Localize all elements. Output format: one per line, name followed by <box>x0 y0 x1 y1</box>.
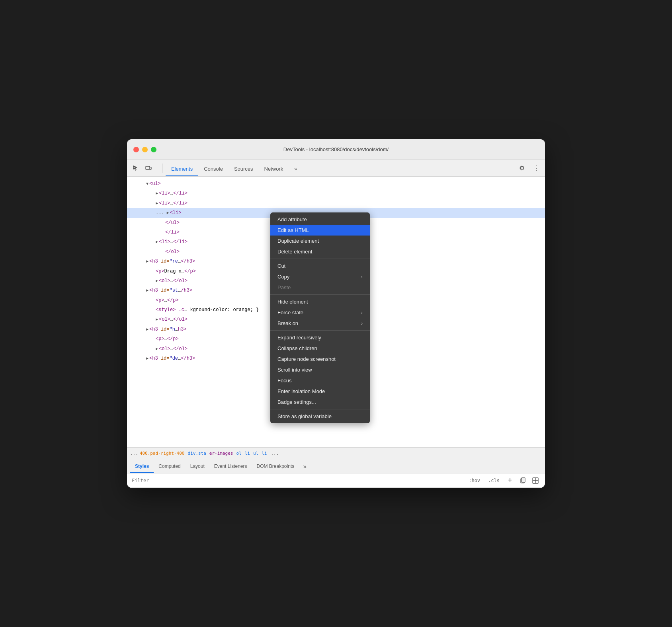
tab-more[interactable]: » <box>289 162 303 176</box>
devtools-window: DevTools - localhost:8080/docs/devtools/… <box>127 139 545 488</box>
context-menu-item-copy[interactable]: Copy › <box>270 271 370 282</box>
menu-item-label: Add attribute <box>277 216 307 222</box>
menu-item-label: Edit as HTML <box>277 227 309 233</box>
context-menu-item-store-global[interactable]: Store as global variable <box>270 411 370 422</box>
tab-styles[interactable]: Styles <box>130 460 154 473</box>
context-menu-item-force-state[interactable]: Force state › <box>270 307 370 318</box>
submenu-arrow-icon: › <box>361 321 363 326</box>
tag-label: </li> <box>173 201 188 206</box>
hov-button[interactable]: :hov <box>466 477 483 484</box>
cls-button[interactable]: .cls <box>486 477 502 484</box>
context-menu-item-add-attribute[interactable]: Add attribute <box>270 214 370 225</box>
submenu-arrow-icon: › <box>361 274 363 280</box>
text-content: Drag n <box>164 269 182 274</box>
tab-layout[interactable]: Layout <box>186 460 209 473</box>
menu-item-label: Store as global variable <box>277 413 332 419</box>
context-menu-item-scroll-into-view[interactable]: Scroll into view <box>270 364 370 375</box>
dom-line[interactable]: ►<li>…</li> <box>127 199 545 208</box>
tab-event-listeners[interactable]: Event Listeners <box>209 460 252 473</box>
collapse-arrow: ► <box>146 288 148 293</box>
close-button[interactable] <box>133 147 139 152</box>
context-menu-item-duplicate[interactable]: Duplicate element <box>270 236 370 246</box>
ellipsis: … <box>170 201 173 206</box>
tab-console[interactable]: Console <box>198 162 229 176</box>
titlebar: DevTools - localhost:8080/docs/devtools/… <box>127 139 545 160</box>
tab-sources[interactable]: Sources <box>229 162 259 176</box>
tag-label: </h3> <box>181 259 195 264</box>
svg-rect-0 <box>146 166 150 169</box>
tag-label: h3> <box>178 327 187 332</box>
context-menu-item-delete[interactable]: Delete element <box>270 246 370 257</box>
collapse-arrow: ► <box>156 347 158 351</box>
svg-rect-1 <box>150 167 152 169</box>
device-toggle-button[interactable] <box>143 163 154 174</box>
breadcrumb-dots[interactable]: ... <box>130 451 138 456</box>
copy-styles-button[interactable] <box>518 476 527 485</box>
breadcrumb-item-div[interactable]: div.sta <box>188 451 206 456</box>
submenu-arrow-icon: › <box>361 310 363 315</box>
tag-label: <p> <box>156 336 164 342</box>
tag-label: <h3 <box>149 288 161 293</box>
tag-label: </li> <box>173 239 188 245</box>
tag-label: <li> <box>170 210 182 216</box>
breadcrumb-item-er-images[interactable]: er-images <box>209 451 233 456</box>
breadcrumb-more[interactable]: ... <box>271 451 279 456</box>
context-menu-item-cut[interactable]: Cut <box>270 261 370 271</box>
collapse-arrow: ► <box>156 201 158 206</box>
collapse-arrow: ► <box>156 279 158 283</box>
context-menu-item-isolation-mode[interactable]: Enter Isolation Mode <box>270 386 370 397</box>
breadcrumb-item-ul[interactable]: ul <box>253 451 258 456</box>
breadcrumb-item-li[interactable]: li <box>245 451 250 456</box>
dom-line[interactable]: ▼<ul> <box>127 179 545 189</box>
ellipsis: … <box>170 278 173 284</box>
collapse-arrow: ► <box>146 259 148 264</box>
settings-button[interactable]: ⚙ <box>516 163 527 174</box>
ellipsis: … <box>170 346 173 352</box>
add-style-button[interactable]: + <box>505 476 515 485</box>
tab-computed[interactable]: Computed <box>154 460 185 473</box>
context-menu-wrapper: Add attribute Edit as HTML Duplicate ele… <box>270 212 370 423</box>
ellipsis: … <box>182 269 184 274</box>
menu-item-label: Paste <box>277 284 291 290</box>
breadcrumb-item-ol[interactable]: ol <box>236 451 241 456</box>
tag-label: </ul> <box>165 220 180 226</box>
menu-item-label: Collapse children <box>277 345 317 351</box>
tab-network[interactable]: Network <box>259 162 289 176</box>
context-menu-item-break-on[interactable]: Break on › <box>270 318 370 329</box>
maximize-button[interactable] <box>151 147 156 152</box>
breadcrumb-item-400[interactable]: 400.pad-right-400 <box>140 451 185 456</box>
breadcrumb-item-li2[interactable]: li <box>262 451 267 456</box>
inspect-element-button[interactable] <box>130 163 141 174</box>
menu-item-label: Capture node screenshot <box>277 356 336 362</box>
context-menu-item-focus[interactable]: Focus <box>270 375 370 386</box>
attr-value: "de <box>169 356 178 361</box>
context-menu-item-hide[interactable]: Hide element <box>270 296 370 307</box>
style-content: … kground-color: orange; } <box>184 307 259 313</box>
filter-bar: :hov .cls + <box>127 473 545 488</box>
context-menu-item-edit-html[interactable]: Edit as HTML <box>270 225 370 236</box>
dom-line[interactable]: ►<li>…</li> <box>127 189 545 198</box>
more-options-button[interactable]: ⋮ <box>531 163 542 174</box>
tag-label: <style> .c <box>156 307 184 313</box>
ellipsis: … <box>170 317 173 322</box>
filter-input[interactable] <box>132 478 461 483</box>
collapse-arrow: ► <box>146 356 148 361</box>
devtools-toolbar: Elements Console Sources Network » ⚙ ⋮ <box>127 160 545 177</box>
layout-view-button[interactable] <box>531 476 540 485</box>
context-menu-item-collapse[interactable]: Collapse children <box>270 343 370 354</box>
panel-tabs-more[interactable]: » <box>301 460 309 473</box>
dom-dots: ... <box>156 210 164 216</box>
elements-panel: ▼<ul> ►<li>…</li> ►<li>…</li> ...►<li> <… <box>127 177 545 447</box>
context-menu-item-expand[interactable]: Expand recursively <box>270 332 370 343</box>
tab-elements[interactable]: Elements <box>166 162 198 176</box>
menu-item-label: Break on <box>277 320 298 326</box>
tag-label: <p> <box>156 298 164 303</box>
context-menu-separator <box>270 294 370 295</box>
tag-label: </ol> <box>173 346 188 352</box>
context-menu-item-badge-settings[interactable]: Badge settings... <box>270 397 370 407</box>
context-menu-item-capture-screenshot[interactable]: Capture node screenshot <box>270 354 370 364</box>
menu-item-label: Enter Isolation Mode <box>277 388 325 394</box>
minimize-button[interactable] <box>142 147 148 152</box>
context-menu-separator <box>270 409 370 409</box>
tab-dom-breakpoints[interactable]: DOM Breakpoints <box>252 460 299 473</box>
